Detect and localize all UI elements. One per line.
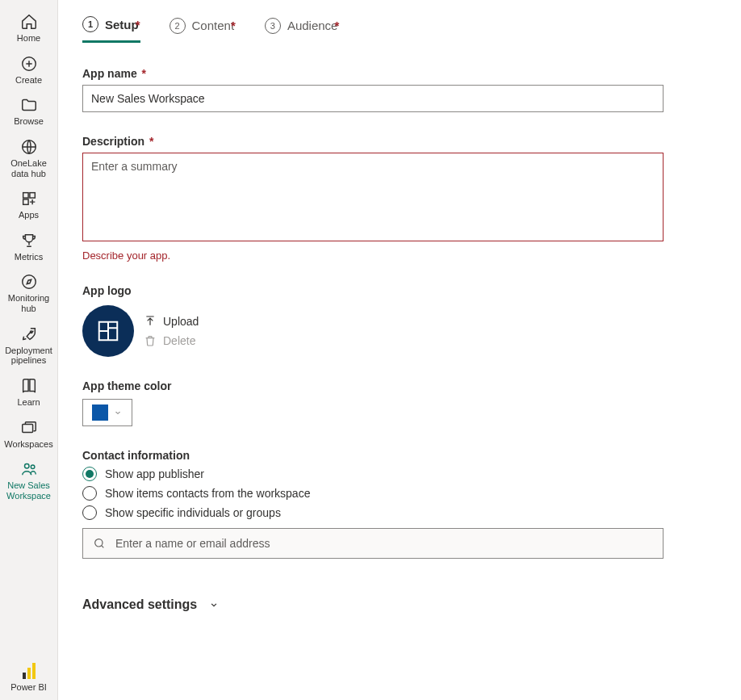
contact-option-publisher[interactable]: Show app publisher: [82, 467, 717, 481]
rail-pipelines[interactable]: Deployment pipelines: [0, 321, 58, 372]
required-asterisk: *: [142, 67, 146, 80]
rocket-icon: [20, 325, 38, 343]
app-logo-icon: [96, 319, 120, 343]
description-textarea[interactable]: [82, 153, 664, 241]
advanced-settings-label: Advanced settings: [82, 597, 197, 612]
radio-icon: [82, 505, 97, 520]
svg-rect-2: [23, 193, 27, 198]
apps-icon: [20, 190, 38, 207]
contact-option-specific[interactable]: Show specific individuals or groups: [82, 505, 717, 520]
contact-radio-group: Show app publisher Show items contacts f…: [82, 467, 717, 520]
svg-rect-3: [29, 193, 34, 198]
appname-input[interactable]: [82, 85, 664, 112]
trash-icon: [144, 334, 157, 347]
chevron-down-icon: [208, 599, 220, 610]
rail-browse[interactable]: Browse: [0, 91, 58, 133]
onelake-icon: [20, 138, 38, 156]
applogo-label: App logo: [82, 284, 717, 297]
setup-form: App name * Description * Describe your a…: [58, 43, 741, 612]
svg-rect-7: [22, 424, 32, 432]
tab-setup[interactable]: 1 Setup*: [82, 16, 140, 43]
svg-point-11: [95, 539, 103, 547]
upload-label: Upload: [163, 315, 199, 328]
trophy-icon: [20, 232, 38, 249]
rail-workspaces[interactable]: Workspaces: [0, 414, 58, 456]
tab-setup-label: Setup: [105, 18, 139, 31]
delete-label: Delete: [163, 334, 195, 347]
tab-content-num: 2: [170, 18, 186, 34]
tab-content-label: Content: [192, 19, 235, 32]
contact-search-box[interactable]: [82, 528, 664, 559]
required-asterisk: *: [231, 19, 236, 32]
folder-icon: [20, 96, 38, 114]
theme-label: App theme color: [82, 379, 717, 392]
delete-button[interactable]: Delete: [144, 334, 199, 347]
contact-option-workspace[interactable]: Show items contacts from the workspace: [82, 486, 717, 501]
contact-option-label: Show app publisher: [105, 467, 204, 480]
main-content: 1 Setup* 2 Content* 3 Audience* App name…: [58, 0, 741, 700]
left-rail: Home Create Browse OneLake data hub Apps…: [0, 0, 58, 700]
contact-option-label: Show specific individuals or groups: [105, 506, 281, 519]
rail-home[interactable]: Home: [0, 8, 58, 50]
required-asterisk: *: [136, 18, 140, 31]
compass-icon: [20, 273, 38, 291]
contact-label: Contact information: [82, 449, 717, 462]
app-logo: [82, 305, 134, 357]
upload-button[interactable]: Upload: [144, 315, 199, 328]
rail-create[interactable]: Create: [0, 50, 58, 92]
rail-metrics[interactable]: Metrics: [0, 227, 58, 269]
rail-learn[interactable]: Learn: [0, 372, 58, 414]
svg-point-9: [31, 465, 35, 469]
step-tabs: 1 Setup* 2 Content* 3 Audience*: [82, 0, 741, 43]
rail-home-label: Home: [17, 33, 40, 44]
book-icon: [20, 377, 38, 395]
contact-option-label: Show items contacts from the workspace: [105, 487, 310, 500]
rail-monitoring-label: Monitoring hub: [2, 293, 57, 313]
radio-icon: [82, 486, 97, 501]
advanced-settings-toggle[interactable]: Advanced settings: [82, 597, 717, 612]
rail-create-label: Create: [15, 75, 42, 86]
appname-label: App name *: [82, 67, 717, 80]
rail-browse-label: Browse: [14, 116, 44, 127]
powerbi-icon: [23, 663, 36, 679]
rail-metrics-label: Metrics: [15, 252, 43, 262]
rail-pipelines-label: Deployment pipelines: [2, 346, 57, 366]
contact-search-input[interactable]: [115, 537, 653, 550]
workspaces-icon: [20, 419, 38, 437]
radio-icon: [82, 467, 97, 481]
plus-circle-icon: [20, 55, 38, 73]
rail-powerbi[interactable]: Power BI: [0, 656, 58, 700]
required-asterisk: *: [149, 135, 153, 148]
description-label: Description *: [82, 135, 717, 148]
home-icon: [20, 13, 38, 31]
upload-icon: [144, 315, 157, 328]
rail-sales-label: New Sales Workspace: [2, 480, 57, 501]
rail-onelake[interactable]: OneLake data hub: [0, 133, 58, 185]
svg-point-8: [24, 464, 29, 469]
rail-onelake-label: OneLake data hub: [2, 158, 57, 178]
tab-audience-num: 3: [265, 18, 281, 34]
svg-rect-4: [23, 199, 27, 204]
rail-learn-label: Learn: [17, 397, 40, 408]
tab-setup-num: 1: [82, 16, 98, 32]
people-icon: [20, 460, 38, 478]
theme-color-picker[interactable]: [82, 399, 132, 426]
chevron-down-icon: [113, 408, 123, 417]
theme-swatch: [92, 404, 108, 421]
tab-audience[interactable]: 3 Audience*: [265, 18, 339, 42]
search-icon: [93, 537, 106, 550]
rail-sales-workspace[interactable]: New Sales Workspace: [0, 455, 58, 507]
svg-point-5: [22, 275, 36, 289]
rail-apps-label: Apps: [19, 210, 39, 220]
rail-workspaces-label: Workspaces: [4, 439, 52, 450]
rail-powerbi-label: Power BI: [10, 682, 47, 692]
tab-content[interactable]: 2 Content*: [170, 18, 236, 42]
rail-apps[interactable]: Apps: [0, 185, 58, 227]
tab-audience-label: Audience: [287, 19, 338, 32]
description-error: Describe your app.: [82, 249, 717, 262]
rail-monitoring[interactable]: Monitoring hub: [0, 268, 58, 320]
required-asterisk: *: [334, 19, 339, 32]
